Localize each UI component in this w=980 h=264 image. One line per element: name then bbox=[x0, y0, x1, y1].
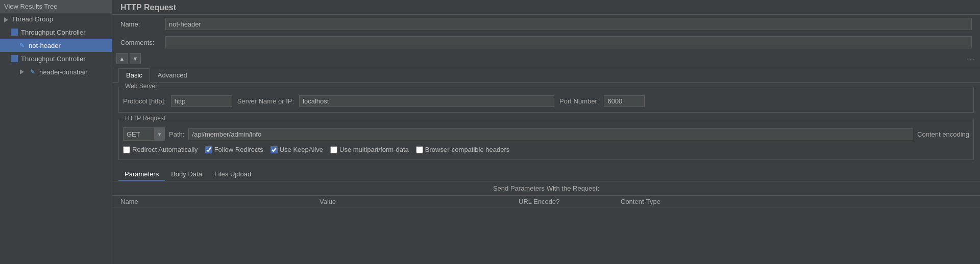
sidebar-item-thread-group[interactable]: Thread Group bbox=[0, 13, 112, 25]
pencil-icon: ✎ bbox=[18, 41, 26, 49]
comments-row: Comments: bbox=[112, 33, 980, 51]
more-options[interactable]: ··· bbox=[967, 55, 976, 63]
http-request-section: HTTP Request GET POST PUT DELETE ▼ Path:… bbox=[118, 119, 974, 160]
protocol-label: Protocol [http]: bbox=[123, 97, 166, 105]
up-button[interactable]: ▲ bbox=[116, 53, 128, 64]
follow-redirects-checkbox[interactable] bbox=[205, 146, 212, 153]
method-path-row: GET POST PUT DELETE ▼ Path: Content enco… bbox=[123, 122, 969, 143]
expand-icon-2 bbox=[18, 68, 26, 76]
follow-redirects-label: Follow Redirects bbox=[214, 146, 263, 153]
sidebar-item-throughput-controller-1[interactable]: Throughput Controller bbox=[0, 25, 112, 39]
server-label: Server Name or IP: bbox=[237, 97, 294, 105]
use-keepalive-label: Use KeepAlive bbox=[280, 146, 323, 153]
sidebar: View Results Tree Thread Group Throughpu… bbox=[0, 0, 112, 264]
toolbar-row: ▲ ▼ ··· bbox=[112, 51, 980, 66]
web-server-row: Protocol [http]: Server Name or IP: Port… bbox=[123, 90, 969, 109]
col-header-value: Value bbox=[320, 198, 519, 205]
web-server-section: Web Server Protocol [http]: Server Name … bbox=[118, 87, 974, 113]
name-row: Name: bbox=[112, 15, 980, 33]
method-select[interactable]: GET POST PUT DELETE bbox=[124, 129, 154, 139]
checkbox-use-keepalive[interactable]: Use KeepAlive bbox=[271, 146, 323, 153]
multipart-checkbox[interactable] bbox=[330, 146, 337, 153]
tabs-row: Basic Advanced bbox=[112, 66, 980, 83]
col-header-url-encode: URL Encode? bbox=[519, 198, 621, 205]
sidebar-item-header-dunshan[interactable]: ✎ header-dunshan bbox=[0, 65, 112, 78]
http-request-label: HTTP Request bbox=[123, 115, 167, 122]
comments-label: Comments: bbox=[120, 39, 161, 46]
method-select-wrapper[interactable]: GET POST PUT DELETE ▼ bbox=[123, 127, 165, 141]
table-columns: Name Value URL Encode? Content-Type bbox=[112, 196, 980, 208]
method-dropdown-arrow[interactable]: ▼ bbox=[154, 127, 164, 141]
sidebar-item-not-header[interactable]: ✎ not-header bbox=[0, 39, 112, 52]
name-input[interactable] bbox=[165, 18, 972, 30]
down-button[interactable]: ▼ bbox=[130, 53, 141, 64]
comments-input[interactable] bbox=[165, 36, 972, 48]
send-params-header: Send Parameters With the Request: bbox=[112, 181, 980, 196]
protocol-input[interactable] bbox=[171, 95, 232, 107]
sub-tab-body-data[interactable]: Body Data bbox=[165, 168, 208, 181]
col-header-content-type: Content-Type bbox=[621, 198, 972, 205]
sub-tab-parameters[interactable]: Parameters bbox=[118, 168, 165, 181]
multipart-label: Use multipart/form-data bbox=[339, 146, 409, 153]
browser-headers-label: Browser-compatible headers bbox=[425, 146, 509, 153]
main-content: HTTP Request Name: Comments: ▲ ▼ ··· Bas… bbox=[112, 0, 980, 264]
expand-icon bbox=[4, 16, 10, 22]
checkbox-browser-headers[interactable]: Browser-compatible headers bbox=[416, 146, 509, 153]
checkbox-multipart[interactable]: Use multipart/form-data bbox=[330, 146, 409, 153]
sub-tabs-row: Parameters Body Data Files Upload bbox=[112, 166, 980, 181]
tab-advanced[interactable]: Advanced bbox=[150, 68, 195, 82]
checkbox-redirect-auto[interactable]: Redirect Automatically bbox=[123, 146, 198, 153]
sub-tab-files-upload[interactable]: Files Upload bbox=[208, 168, 257, 181]
pencil-icon-2: ✎ bbox=[29, 68, 37, 76]
checkboxes-row: Redirect Automatically Follow Redirects … bbox=[123, 143, 969, 156]
server-input[interactable] bbox=[299, 95, 554, 107]
port-label: Port Number: bbox=[559, 97, 599, 105]
path-label: Path: bbox=[169, 130, 184, 138]
sidebar-item-view-results-tree[interactable]: View Results Tree bbox=[0, 0, 112, 13]
checkbox-follow-redirects[interactable]: Follow Redirects bbox=[205, 146, 263, 153]
browser-headers-checkbox[interactable] bbox=[416, 146, 423, 153]
panel-title: HTTP Request bbox=[112, 0, 980, 15]
port-input[interactable] bbox=[604, 95, 645, 107]
redirect-auto-label: Redirect Automatically bbox=[132, 146, 198, 153]
blue-square-icon bbox=[10, 28, 18, 36]
content-encoding-label: Content encoding bbox=[917, 130, 969, 138]
blue-square-icon-2 bbox=[10, 55, 18, 63]
use-keepalive-checkbox[interactable] bbox=[271, 146, 278, 153]
web-server-label: Web Server bbox=[123, 83, 159, 90]
sidebar-item-throughput-controller-2[interactable]: Throughput Controller bbox=[0, 52, 112, 65]
redirect-auto-checkbox[interactable] bbox=[123, 146, 130, 153]
tab-basic[interactable]: Basic bbox=[118, 68, 150, 83]
col-header-name: Name bbox=[120, 198, 320, 205]
name-label: Name: bbox=[120, 20, 161, 28]
path-input[interactable] bbox=[188, 128, 913, 140]
